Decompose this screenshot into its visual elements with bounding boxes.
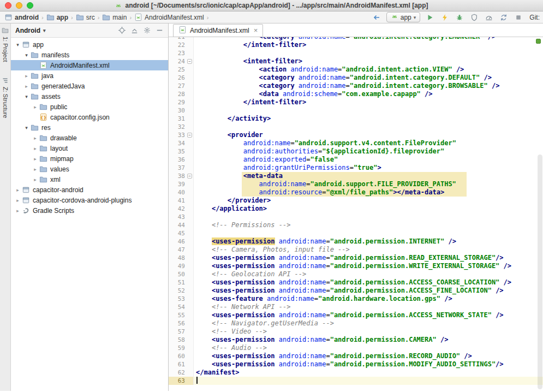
line-number[interactable]: 35 [169, 147, 194, 156]
code-line-61[interactable]: 61 <uses-permission android:name="androi… [169, 360, 543, 369]
code-line-47[interactable]: 47 <!-- Camera, Photos, input file --> [169, 246, 543, 254]
line-number[interactable]: 31 [169, 115, 194, 123]
fold-marker-icon[interactable]: − [187, 133, 192, 138]
close-tab-icon[interactable]: × [254, 26, 258, 34]
chevron-collapsed-icon[interactable]: ▸ [32, 156, 39, 162]
line-number[interactable]: 55 [169, 311, 194, 319]
code-line-22[interactable]: 22 </intent-filter> [169, 41, 543, 49]
profiler-button[interactable] [484, 13, 494, 22]
chevron-collapsed-icon[interactable]: ▸ [32, 177, 39, 182]
code-line-54[interactable]: 54 <!-- Network API --> [169, 303, 543, 311]
coverage-button[interactable] [469, 13, 479, 22]
run-config-select[interactable]: app ▾ [386, 12, 421, 22]
code-line-53[interactable]: 53 <uses-feature android:name="android.h… [169, 295, 543, 303]
project-view-selector[interactable]: Android ▾ [15, 27, 46, 34]
code-line-48[interactable]: 48 <uses-permission android:name="androi… [169, 254, 543, 262]
line-number[interactable]: 49 [169, 262, 194, 270]
line-number[interactable]: 50 [169, 270, 194, 278]
tree-item-gradle-scripts[interactable]: ▸Gradle Scripts [11, 205, 168, 216]
locate-file-icon[interactable] [118, 26, 126, 34]
tree-item-androidmanifest-xml[interactable]: AndroidManifest.xml [11, 60, 168, 70]
code-line-41[interactable]: 41 </provider> [169, 197, 543, 205]
tree-item-mipmap[interactable]: ▸mipmap [11, 153, 168, 164]
code-line-55[interactable]: 55 <uses-permission android:name="androi… [169, 311, 543, 319]
line-number[interactable]: 59 [169, 344, 194, 352]
stop-button[interactable] [514, 13, 523, 22]
tool-window-button-1-project[interactable]: 1: Project [2, 27, 9, 62]
zoom-window-button[interactable] [27, 2, 33, 9]
code-line-29[interactable]: 29 </intent-filter> [169, 98, 543, 106]
code-line-28[interactable]: 28 <data android:scheme="com.example.cap… [169, 90, 543, 98]
tree-item-capacitor-cordova-android-plugins[interactable]: ▸capacitor-cordova-android-plugins [11, 195, 168, 205]
tool-window-button-z-structure[interactable]: Z: Structure [2, 77, 9, 118]
code-line-38[interactable]: 38− <meta-data [169, 172, 543, 180]
line-number[interactable]: 63 [169, 377, 194, 385]
chevron-collapsed-icon[interactable]: ▸ [14, 187, 21, 193]
code-line-32[interactable]: 32 [169, 123, 543, 131]
code-line-24[interactable]: 24− <intent-filter> [169, 57, 543, 66]
code-line-27[interactable]: 27 <category android:name="android.inten… [169, 82, 543, 90]
line-number[interactable]: 61 [169, 360, 194, 369]
debug-button[interactable] [455, 13, 464, 22]
line-number[interactable]: 57 [169, 328, 194, 336]
tree-item-assets[interactable]: ▾assets [11, 91, 168, 102]
line-number[interactable]: 46 [169, 237, 194, 246]
breadcrumb-item-src[interactable]: src [75, 13, 96, 21]
line-number[interactable]: 44 [169, 221, 194, 229]
tree-item-res[interactable]: ▾res [11, 122, 168, 133]
code-line-37[interactable]: 37 android:grantUriPermissions="true"> [169, 164, 543, 172]
chevron-collapsed-icon[interactable]: ▸ [14, 208, 21, 213]
tree-item-app[interactable]: ▾app [11, 39, 168, 50]
line-number[interactable]: 40 [169, 188, 194, 197]
line-number[interactable]: 37 [169, 164, 194, 172]
code-line-21[interactable]: 21 <category android:name="android.inten… [169, 37, 543, 41]
code-line-59[interactable]: 59 <!-- Audio --> [169, 344, 543, 352]
line-number[interactable]: 22 [169, 41, 194, 49]
minimize-window-button[interactable] [16, 2, 22, 9]
tree-item-capacitor-android[interactable]: ▸capacitor-android [11, 185, 168, 195]
gear-icon[interactable] [143, 26, 151, 34]
line-number[interactable]: 27 [169, 82, 194, 90]
close-window-button[interactable] [5, 2, 11, 9]
hide-panel-icon[interactable] [156, 26, 164, 34]
collapse-all-icon[interactable] [130, 26, 139, 34]
sync-button[interactable] [499, 13, 509, 22]
line-number[interactable]: 23 [169, 49, 194, 57]
breadcrumb-item-main[interactable]: main [101, 13, 128, 21]
code-line-25[interactable]: 25 <action android:name="android.intent.… [169, 66, 543, 74]
code-line-46[interactable]: 46 <uses-permission android:name="androi… [169, 237, 543, 246]
tree-item-drawable[interactable]: ▸drawable [11, 133, 168, 143]
line-number[interactable]: 42 [169, 205, 194, 213]
editor[interactable]: 21 <category android:name="android.inten… [169, 37, 543, 391]
chevron-collapsed-icon[interactable]: ▸ [23, 84, 30, 89]
line-number[interactable]: 41 [169, 197, 194, 205]
breadcrumb-item-app[interactable]: app [45, 13, 69, 21]
chevron-expanded-icon[interactable]: ▾ [23, 52, 30, 58]
chevron-expanded-icon[interactable]: ▾ [23, 125, 30, 130]
chevron-collapsed-icon[interactable]: ▸ [32, 135, 39, 141]
code-line-56[interactable]: 56 <!-- Navigator.getUserMedia --> [169, 319, 543, 328]
line-number[interactable]: 60 [169, 352, 194, 360]
tree-item-public[interactable]: ▸public [11, 102, 168, 112]
tree-item-manifests[interactable]: ▾manifests [11, 50, 168, 60]
code-line-51[interactable]: 51 <uses-permission android:name="androi… [169, 278, 543, 287]
code-line-23[interactable]: 23 [169, 49, 543, 57]
code-line-52[interactable]: 52 <uses-permission android:name="androi… [169, 287, 543, 295]
tree-item-layout[interactable]: ▸layout [11, 143, 168, 153]
code-line-60[interactable]: 60 <uses-permission android:name="androi… [169, 352, 543, 360]
chevron-expanded-icon[interactable]: ▾ [23, 94, 30, 99]
code-line-36[interactable]: 36 android:exported="false" [169, 156, 543, 164]
line-number[interactable]: 51 [169, 278, 194, 287]
line-number[interactable]: 52 [169, 287, 194, 295]
line-number[interactable]: 34 [169, 139, 194, 147]
line-number[interactable]: 54 [169, 303, 194, 311]
code-line-62[interactable]: 62</manifest> [169, 369, 543, 377]
chevron-expanded-icon[interactable]: ▾ [14, 42, 21, 47]
line-number[interactable]: 39 [169, 180, 194, 188]
code-line-58[interactable]: 58 <uses-permission android:name="androi… [169, 336, 543, 344]
code-line-50[interactable]: 50 <!-- Geolocation API --> [169, 270, 543, 278]
chevron-collapsed-icon[interactable]: ▸ [32, 167, 39, 172]
line-number[interactable]: 30 [169, 106, 194, 115]
line-number[interactable]: 32 [169, 123, 194, 131]
line-number[interactable]: 25 [169, 66, 194, 74]
